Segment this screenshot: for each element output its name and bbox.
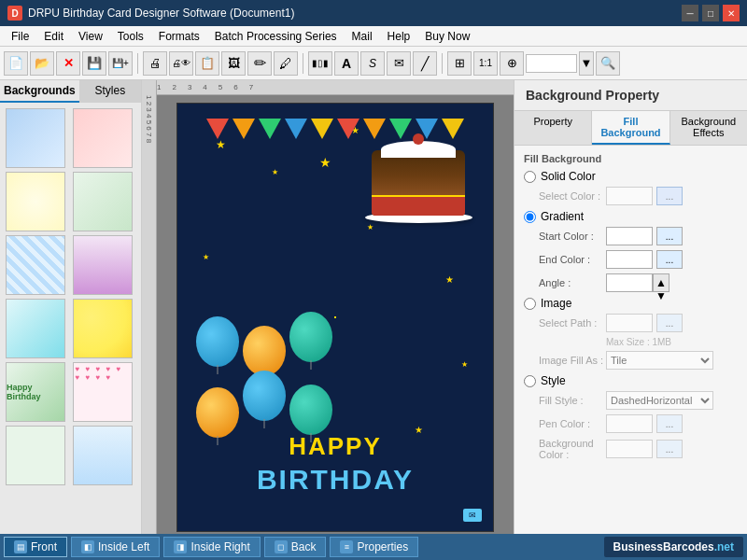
solid-color-btn[interactable]: ... — [656, 187, 683, 205]
maximize-button[interactable]: □ — [702, 5, 719, 21]
grid-button[interactable]: ⊞ — [447, 51, 472, 76]
angle-input[interactable]: 359 — [606, 273, 653, 292]
image-row: Image — [524, 297, 738, 310]
pen-color-label: Pen Color : — [539, 418, 606, 429]
background-thumb-6[interactable] — [73, 235, 133, 295]
properties-label: Properties — [357, 540, 408, 553]
bg-color-btn[interactable]: ... — [656, 440, 683, 458]
ruler-horizontal: 1234567 — [142, 80, 514, 95]
path-browse-btn[interactable]: ... — [656, 314, 683, 332]
menu-help[interactable]: Help — [380, 28, 418, 45]
wordart-button[interactable]: S — [360, 51, 385, 76]
save-as-button[interactable]: 💾+ — [108, 51, 133, 76]
background-thumb-5[interactable] — [6, 235, 65, 295]
style-label[interactable]: Style — [541, 374, 566, 387]
toolbar: 📄 📂 ✕ 💾 💾+ 🖨 🖨👁 📋 🖼 ✏ 🖊 ▮▯▮ A S ✉ ╱ ⊞ 1:… — [0, 47, 747, 80]
background-thumb-1[interactable] — [6, 108, 65, 168]
minimize-button[interactable]: ─ — [682, 5, 698, 21]
bg-color-box[interactable] — [606, 440, 653, 458]
tab-background-effects[interactable]: Background Effects — [670, 111, 747, 145]
solid-color-box[interactable] — [606, 187, 653, 205]
start-color-btn[interactable]: ... — [656, 227, 683, 245]
back-icon: ◻ — [275, 540, 288, 553]
background-thumb-9[interactable]: Happy Birthday — [6, 362, 65, 422]
spin-down[interactable]: ▼ — [655, 289, 667, 302]
style-radio[interactable] — [524, 375, 536, 387]
flag-2 — [233, 119, 255, 139]
card-canvas[interactable]: ★ ★ ★ ★ ★ ★ ★ ★ ★ ★ ★ ★ — [176, 103, 494, 532]
open-button[interactable]: 📂 — [30, 51, 54, 76]
tab-fill-background[interactable]: Fill Background — [592, 111, 669, 145]
pen-color-box[interactable] — [606, 414, 653, 433]
fill-style-select[interactable]: DashedHorizontal Solid — [606, 391, 713, 410]
angle-spinner[interactable]: ▲ ▼ — [653, 273, 669, 292]
tab-properties[interactable]: ≡ Properties — [330, 537, 418, 557]
end-color-btn[interactable]: ... — [656, 250, 683, 269]
tab-backgrounds[interactable]: Backgrounds — [0, 80, 79, 103]
pen-color-btn[interactable]: ... — [656, 414, 683, 433]
tab-back[interactable]: ◻ Back — [264, 537, 327, 557]
tab-inside-right[interactable]: ◨ Inside Right — [163, 537, 260, 557]
line-button[interactable]: ╱ — [413, 51, 437, 76]
gradient-radio[interactable] — [524, 211, 536, 223]
zoom-out-button[interactable]: 🔍 — [596, 51, 620, 76]
print-button[interactable]: 🖨 — [143, 51, 167, 76]
select-color-label: Select Color : — [539, 190, 606, 202]
tab-front[interactable]: ▤ Front — [4, 537, 67, 557]
menu-view[interactable]: View — [71, 28, 110, 45]
zoom-input[interactable]: 150% — [526, 54, 577, 73]
spin-up[interactable]: ▲ — [655, 276, 667, 289]
tab-property[interactable]: Property — [514, 111, 592, 145]
balloons-area — [196, 316, 364, 438]
background-thumb-12[interactable] — [73, 426, 133, 485]
zoom-in-button[interactable]: ⊕ — [500, 51, 524, 76]
solid-color-label[interactable]: Solid Color — [541, 170, 596, 183]
app-icon: D — [7, 6, 22, 21]
select-path-row: Select Path : ... — [524, 314, 738, 332]
menu-formats[interactable]: Formats — [151, 28, 207, 45]
menu-batch[interactable]: Batch Processing Series — [207, 28, 345, 45]
zoom-down-button[interactable]: ▼ — [579, 51, 594, 76]
aspect-button[interactable]: 1:1 — [473, 51, 498, 76]
menu-edit[interactable]: Edit — [36, 28, 71, 45]
background-thumb-4[interactable] — [73, 172, 133, 231]
background-thumb-7[interactable] — [6, 299, 65, 358]
menu-mail[interactable]: Mail — [345, 28, 380, 45]
backgrounds-grid: Happy Birthday — [0, 103, 141, 491]
mail-button[interactable]: ✉ — [387, 51, 411, 76]
path-input-box[interactable] — [606, 314, 653, 332]
gradient-label[interactable]: Gradient — [541, 210, 584, 223]
print-preview-button[interactable]: 🖨👁 — [169, 51, 193, 76]
background-thumb-10[interactable] — [73, 362, 133, 422]
titlebar-buttons: ─ □ ✕ — [682, 5, 740, 21]
page-setup-button[interactable]: 📋 — [195, 51, 219, 76]
pen-button[interactable]: 🖊 — [274, 51, 298, 76]
start-color-box[interactable] — [606, 227, 653, 245]
color-picker-button[interactable]: ✏ — [247, 51, 272, 76]
birthday-text: BIRTHDAY — [177, 464, 493, 496]
solid-color-radio[interactable] — [524, 171, 536, 183]
cake-stripe — [372, 195, 465, 197]
flag-7 — [363, 119, 386, 139]
close-doc-button[interactable]: ✕ — [56, 51, 80, 76]
tab-styles[interactable]: Styles — [79, 80, 141, 103]
image-label[interactable]: Image — [541, 297, 571, 310]
background-thumb-2[interactable] — [73, 108, 133, 168]
close-button[interactable]: ✕ — [723, 5, 740, 21]
barcode-button[interactable]: ▮▯▮ — [308, 51, 332, 76]
background-thumb-3[interactable] — [6, 172, 65, 231]
new-button[interactable]: 📄 — [4, 51, 28, 76]
menu-tools[interactable]: Tools — [110, 28, 151, 45]
style-row: Style — [524, 374, 738, 387]
background-thumb-11[interactable] — [6, 426, 65, 485]
menu-buynow[interactable]: Buy Now — [417, 28, 477, 45]
tab-inside-left[interactable]: ◧ Inside Left — [71, 537, 160, 557]
save-button[interactable]: 💾 — [82, 51, 106, 76]
background-thumb-8[interactable] — [73, 299, 133, 358]
menu-file[interactable]: File — [4, 28, 36, 45]
image-button[interactable]: 🖼 — [221, 51, 246, 76]
end-color-box[interactable] — [606, 250, 653, 269]
image-radio[interactable] — [524, 298, 536, 310]
text-button[interactable]: A — [334, 51, 359, 76]
image-fill-select[interactable]: Tile Stretch Center — [606, 351, 713, 370]
